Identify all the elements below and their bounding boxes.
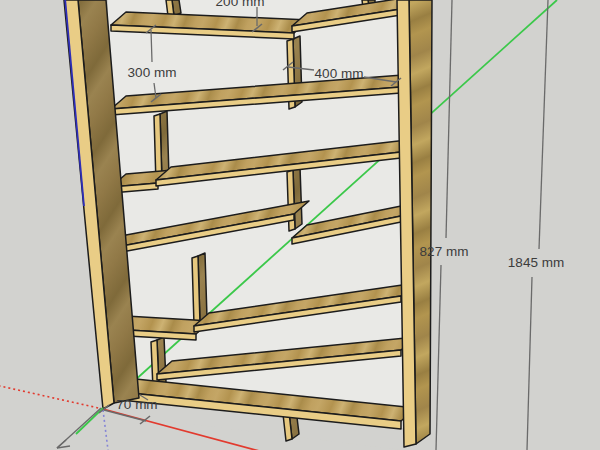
dimension-label-300mm[interactable]: 300 mm — [128, 65, 177, 80]
right-side-panel — [397, 0, 432, 447]
dimension-label-400mm[interactable]: 400 mm — [315, 66, 364, 81]
dimension-label-827mm[interactable]: 827 mm — [420, 244, 469, 259]
dimension-label-70mm[interactable]: 70 mm — [116, 397, 157, 412]
dimension-label-200mm[interactable]: 200 mm — [216, 0, 265, 9]
dimension-label-1845mm[interactable]: 1845 mm — [508, 255, 564, 270]
divider — [192, 253, 207, 325]
3d-viewport[interactable]: 200 mm 300 mm 400 mm 827 mm 1845 mm 70 m… — [0, 0, 600, 450]
